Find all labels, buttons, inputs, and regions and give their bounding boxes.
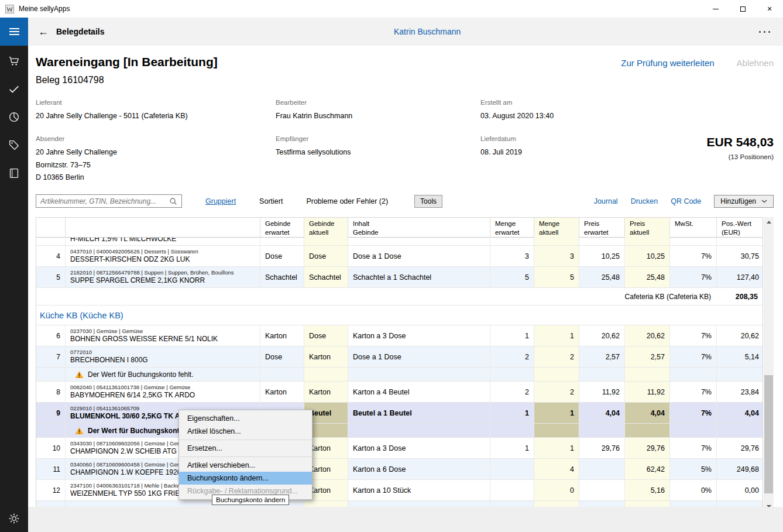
warning-row[interactable]: Der Wert für Buchungskonto fehlt.: [36, 368, 763, 382]
minimize-icon[interactable]: [702, 0, 729, 18]
article-meta: 2182010 | 08712566479788 | Suppen | Supp…: [70, 270, 233, 276]
total-amount: EUR 548,03: [707, 135, 774, 149]
filter-sortiert[interactable]: Sortiert: [259, 197, 283, 205]
hinzufuegen-button[interactable]: Hinzufügen: [714, 195, 774, 208]
search-input[interactable]: [40, 197, 169, 205]
positions-table: Gebinde erwartetGebinde aktuellInhalt Ge…: [36, 217, 774, 512]
cell-num: 4: [36, 246, 66, 266]
article-name: H-MILCH 1,5% TL MILCHWOLKE: [70, 238, 176, 243]
group-header-row[interactable]: Küche KB (Küche KB): [36, 306, 763, 325]
field-lieferdatum: Lieferdatum 08. Juli 2019: [480, 135, 707, 184]
article-meta: 0229010 | 05411361065709: [70, 406, 139, 411]
cell-inhalt: Karton a 3 Dose: [348, 325, 490, 346]
cell-menge_erw: [490, 424, 534, 437]
window-title: Meine sellyApps: [19, 5, 70, 13]
partial-row[interactable]: H-MILCH 1,5% TL MILCHWOLKE: [36, 238, 763, 246]
journal-link[interactable]: Journal: [594, 197, 618, 205]
search-icon[interactable]: [169, 197, 177, 205]
position-count: (13 Positionen): [707, 153, 774, 160]
close-icon[interactable]: ×: [756, 0, 783, 18]
column-header: Gebinde erwartet: [260, 218, 304, 239]
scrollbar-thumb[interactable]: [764, 375, 773, 493]
filter-gruppiert[interactable]: Gruppiert: [205, 197, 236, 205]
cell-wert: [717, 238, 763, 245]
user-name[interactable]: Katrin Buschmann: [394, 27, 461, 36]
menu-item[interactable]: Artikel verschieben...: [179, 459, 312, 472]
group-footer-row: Cafeteria KB (Cafeteria KB)208,35: [36, 288, 763, 306]
menu-item[interactable]: Ersetzen...: [179, 442, 312, 455]
maximize-icon[interactable]: [729, 0, 756, 18]
table-row[interactable]: 90229010 | 05411361065709BLUMENKOHL 30/6…: [36, 403, 763, 424]
sidebar-item-reports[interactable]: [8, 111, 20, 123]
table-row[interactable]: 110340060 | 08710609600458 | Gemüse | Ge…: [36, 459, 763, 480]
hamburger-menu-icon[interactable]: [0, 18, 28, 46]
cell-inhalt: Karton a 6 Dose: [348, 459, 490, 479]
status-strip: [28, 507, 783, 532]
cell-num: 5: [36, 267, 66, 287]
table-row[interactable]: 100343030 | 08710609602056 | Gemüse | Ge…: [36, 438, 763, 459]
sidebar-item-cart[interactable]: [8, 54, 20, 67]
cell-inhalt: Karton a 10 Stück: [348, 480, 490, 500]
filter-probleme[interactable]: Probleme oder Fehler (2): [306, 197, 388, 205]
cell-wert: [717, 368, 763, 381]
menu-item[interactable]: Buchungskonto ändern...: [179, 472, 312, 485]
back-button[interactable]: ←: [35, 26, 52, 38]
cell-geb_akt: Schachtel: [304, 267, 348, 287]
cell-mwst: 7%: [670, 438, 717, 458]
sidebar-item-labels[interactable]: [8, 139, 20, 152]
table-row[interactable]: 122347100 | 04006363101718 | Mehle | Bac…: [36, 480, 763, 501]
table-row[interactable]: 80082040 | 05411361001738 | Gemüse | Gem…: [36, 382, 763, 403]
warning-row[interactable]: Der Wert für Buchungskonto fehlt.: [36, 424, 763, 438]
table-toolbar: Gruppiert Sortiert Probleme oder Fehler …: [36, 194, 774, 208]
cell-mwst: 7%: [670, 403, 717, 423]
article-name: DESSERT-KIRSCHEN ODZ 2KG LUK: [70, 256, 190, 263]
article-meta: 0237030 | Gemüse | Gemüse: [70, 328, 143, 334]
cell-geb_akt: [304, 238, 348, 245]
article-meta: 0437010 | 04000492005626 | Desserts | Sü…: [70, 249, 198, 255]
sidebar-item-tasks[interactable]: [8, 83, 20, 95]
table-row[interactable]: 60237030 | Gemüse | GemüseBOHNEN GROSS W…: [36, 325, 763, 346]
cell-inhalt: Beutel a 1 Beutel: [348, 403, 490, 423]
cell-preis_akt: 5,16: [625, 480, 670, 500]
cell-preis_erw: [579, 459, 625, 479]
cell-inhalt: [348, 238, 490, 245]
check-icon: [8, 83, 20, 95]
cell-menge_akt: [534, 368, 579, 381]
sidebar-item-journal[interactable]: [8, 167, 20, 180]
table-row[interactable]: 70772010BRECHBOHNEN I 800GDoseKartonDose…: [36, 346, 763, 368]
tools-button[interactable]: Tools: [414, 195, 442, 208]
cell-wert: 127,40: [717, 267, 763, 287]
column-header: Pos.-Wert (EUR): [717, 218, 764, 239]
cell-mwst: 7%: [670, 267, 717, 287]
cell-menge_akt: 2: [534, 346, 579, 367]
scrollbar-track[interactable]: [764, 226, 774, 502]
qr-code-link[interactable]: QR Code: [671, 197, 701, 205]
cell-article: 0082040 | 05411361001738 | Gemüse | Gemü…: [66, 382, 260, 402]
scroll-up-icon[interactable]: [764, 217, 774, 226]
cell-geb_erw: Karton: [260, 325, 304, 346]
cell-preis_akt: 20,62: [625, 325, 670, 346]
vertical-scrollbar[interactable]: [764, 217, 774, 511]
group-footer-label: Cafeteria KB (Cafeteria KB): [625, 288, 711, 305]
reject-button[interactable]: Ablehnen: [737, 58, 774, 68]
context-menu: Eigenschaften...Artikel löschen...Ersetz…: [178, 410, 312, 500]
cell-geb_erw: [260, 238, 304, 245]
column-header: [66, 218, 260, 239]
cell-wert: 249,68: [717, 459, 763, 479]
menu-item[interactable]: Artikel löschen...: [179, 425, 312, 438]
table-row[interactable]: 40437010 | 04000492005626 | Desserts | S…: [36, 246, 763, 267]
cell-num: 12: [36, 480, 66, 500]
cell-mwst: [670, 368, 717, 381]
field-absender: Absender 20 Jahre Selly Challenge Bornit…: [36, 135, 276, 184]
cell-inhalt: Karton a 3 Dose: [348, 438, 490, 458]
cell-preis_akt: [625, 238, 670, 245]
drucken-link[interactable]: Drucken: [631, 197, 658, 205]
forward-for-review-button[interactable]: Zur Prüfung weiterleiten: [621, 58, 714, 68]
sidebar-item-settings[interactable]: [8, 512, 20, 525]
cell-geb_erw: Dose: [260, 246, 304, 266]
table-row[interactable]: 52182010 | 08712566479788 | Suppen | Sup…: [36, 267, 763, 288]
menu-item[interactable]: Eigenschaften...: [179, 412, 312, 425]
more-options-icon[interactable]: [757, 18, 772, 46]
titlebar: Meine sellyApps ×: [0, 0, 783, 18]
field-bearbeiter: Bearbeiter Frau Katrin Buschmann: [276, 99, 480, 122]
